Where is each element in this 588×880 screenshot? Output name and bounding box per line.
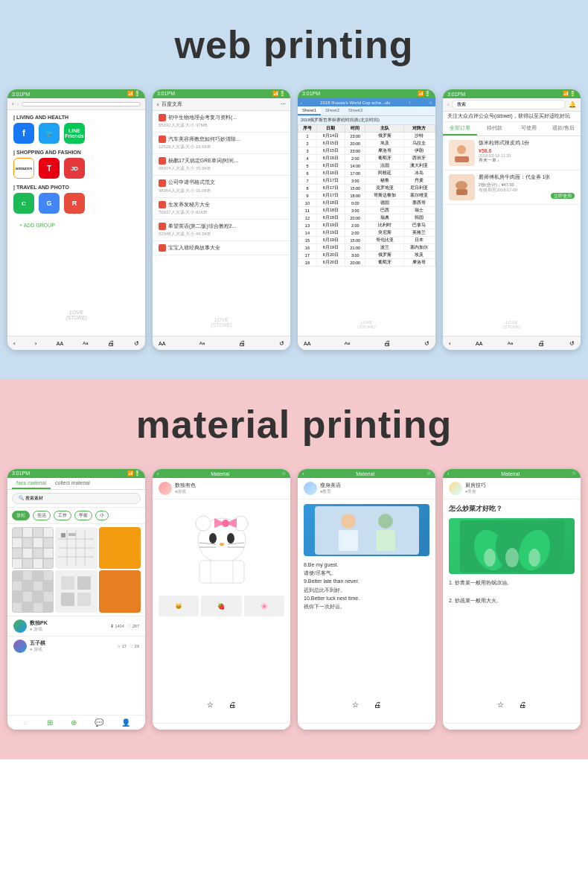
print-icon-8[interactable]: 🖨: [519, 701, 526, 709]
font-aa-3[interactable]: AA: [304, 341, 310, 346]
sticker-2[interactable]: 🍓: [201, 596, 241, 616]
mat-search-input[interactable]: 🔍 搜索素材: [12, 493, 141, 504]
home-nav-5[interactable]: ☆: [22, 718, 29, 727]
mat-thumb-6[interactable]: [99, 570, 141, 612]
jd-icon[interactable]: JD: [64, 158, 85, 179]
nav-fwd[interactable]: ›: [35, 340, 37, 347]
mat-item-meta-1: ● 游戏: [30, 627, 107, 632]
tab-sheet2[interactable]: Sheet2: [321, 106, 344, 115]
font-a-2[interactable]: Aa: [199, 341, 205, 345]
refresh-icon-4[interactable]: ↺: [569, 340, 575, 347]
sticker-1[interactable]: 🐱: [159, 596, 199, 616]
tab-collect-material[interactable]: collect material: [51, 478, 95, 489]
order-search[interactable]: 搜索: [452, 100, 566, 109]
font-a[interactable]: Aa: [83, 341, 88, 345]
chat-nav-5[interactable]: 💬: [95, 718, 103, 727]
font-a-4[interactable]: Aa: [508, 341, 513, 345]
refresh-icon-2[interactable]: ↺: [279, 340, 284, 347]
share-icon-3[interactable]: ↑: [409, 101, 411, 105]
mat-thumb-4[interactable]: [12, 570, 54, 612]
tab-all-orders[interactable]: 全部订单: [443, 122, 477, 135]
font-aa[interactable]: AA: [57, 341, 63, 346]
url-input-1[interactable]: [22, 102, 141, 106]
grid-nav-5[interactable]: ⊞: [47, 718, 53, 727]
nav-back-4[interactable]: ‹: [449, 340, 451, 347]
twitter-icon[interactable]: 🐦: [39, 123, 60, 144]
print-icon-2[interactable]: 🖨: [239, 339, 246, 347]
photo-icon[interactable]: R: [64, 193, 85, 214]
cp-title-6: Material: [211, 471, 229, 476]
svg-rect-16: [61, 576, 74, 590]
ctrip-icon[interactable]: C: [13, 193, 34, 214]
back-3[interactable]: ‹: [301, 101, 302, 105]
user-nav-5[interactable]: 👤: [121, 718, 130, 727]
print-icon-7[interactable]: 🖨: [374, 701, 381, 709]
print-icon-1[interactable]: 🖨: [108, 339, 115, 347]
cat-life[interactable]: 生活: [33, 511, 51, 520]
star-icon-3[interactable]: ☆: [429, 100, 432, 105]
refresh-icon-3[interactable]: ↺: [424, 340, 429, 347]
google-icon[interactable]: G: [39, 193, 60, 214]
add-nav-5[interactable]: ⊕: [71, 718, 77, 727]
back-icon[interactable]: ‹: [12, 101, 14, 107]
mat-thumb-3[interactable]: [99, 527, 141, 569]
tab-sheet3[interactable]: Sheet3: [344, 106, 367, 115]
add-group-button[interactable]: + ADD GROUP: [13, 220, 139, 231]
list-item[interactable]: 希望英语(第二版)综合教程2... 52548人次该 大小:49.5KB: [153, 220, 290, 241]
star-6[interactable]: ☆: [281, 471, 286, 476]
cat-study[interactable]: 学前: [74, 511, 92, 520]
back-8[interactable]: ‹: [447, 471, 449, 476]
print-icon-4[interactable]: 🖨: [538, 339, 545, 347]
tab-sheet1[interactable]: Sheet1: [298, 106, 321, 115]
star-8[interactable]: ☆: [572, 471, 576, 476]
tmall-icon[interactable]: T: [39, 158, 60, 179]
list-item[interactable]: 宝宝入墙经典故事大全: [153, 241, 290, 255]
mat-thumb-5[interactable]: [55, 570, 97, 612]
font-aa-2[interactable]: AA: [159, 341, 165, 346]
list-item[interactable]: 杨鹏17天搞定GRE单词(时间... 58974人次该 大小:70.9KB: [153, 154, 290, 176]
bell-icon-4[interactable]: 🔔: [569, 101, 576, 108]
print-icon-6[interactable]: 🖨: [229, 701, 236, 709]
back-icon-2[interactable]: ‹: [157, 102, 159, 107]
tab-pending[interactable]: 待付款: [477, 122, 511, 135]
mat-list-item-1[interactable]: 数独PK ● 游戏 ⬇ 1404 ♡ 287: [7, 616, 145, 636]
list-item[interactable]: 生发养发秘方大全 70037人次该 大小:91KB: [153, 198, 290, 220]
font-a-3[interactable]: Aa: [345, 341, 350, 345]
font-aa-4[interactable]: AA: [476, 341, 482, 346]
more-icon-2[interactable]: ⋯: [281, 101, 286, 107]
refresh-icon-1[interactable]: ↺: [134, 340, 139, 347]
forward-icon[interactable]: ›: [17, 101, 19, 107]
cat-work[interactable]: 工作: [54, 511, 71, 520]
sticker-3[interactable]: 🌸: [244, 596, 284, 616]
mat-thumb-2[interactable]: [55, 527, 97, 569]
order-item-2[interactable]: 磨师傅私房牛肉面：代金券 1张 2份(合计)：¥47.00 有效期至2018-0…: [443, 170, 581, 205]
cat-other[interactable]: 小: [95, 511, 109, 520]
mat-list-item-2[interactable]: 五子棋 ● 游戏 ☆ 17 ♡ 29: [7, 636, 145, 656]
list-item[interactable]: 公司申请书格式范文 48954人次该 大小:31.0KB: [153, 176, 290, 197]
back-6[interactable]: ‹: [157, 471, 159, 476]
facebook-icon[interactable]: f: [13, 123, 34, 144]
amazon-icon[interactable]: amazon: [13, 158, 34, 179]
material-cooking-phone: ‹ Material ☆ 厨房技巧 ●美食 怎么炒菜才好吃？: [443, 469, 581, 730]
use-now-btn[interactable]: 立即使用: [551, 193, 575, 199]
star-icon-7[interactable]: ☆: [352, 701, 359, 709]
cat-relax[interactable]: 放松: [12, 511, 30, 520]
list-item[interactable]: 初中生物地理会考复习资料(... 55032人次该 大小:37MB: [153, 111, 290, 133]
nav-back[interactable]: ‹: [13, 340, 16, 347]
back-4[interactable]: ‹: [447, 102, 449, 107]
list-item[interactable]: 汽车美容师教您如何巧妙清除... 12529人次该 大小:19.6KB: [153, 133, 290, 154]
star-icon-8[interactable]: ☆: [497, 701, 504, 709]
mat-thumb-1[interactable]: [12, 527, 54, 569]
tab-usable[interactable]: 可使用: [512, 122, 546, 135]
line-icon[interactable]: LINEFriends: [64, 123, 85, 144]
tab-fans-material[interactable]: fans material: [12, 478, 51, 489]
spreadsheet-content: 2018俄罗斯世界杯赛程时间表(北京时间) 序号 日期 时间 主队 对阵方 16…: [298, 116, 435, 267]
star-icon-6[interactable]: ☆: [207, 701, 214, 709]
print-icon-3[interactable]: 🖨: [384, 339, 391, 347]
order-item-1[interactable]: 饭米粒韩式辣皮鸡 1份 ¥58.6 2018-03-19 11:33 再来一单 …: [443, 136, 581, 170]
star-7[interactable]: ☆: [426, 471, 431, 476]
order-more-1[interactable]: 再来一单 ›: [479, 158, 575, 163]
tab-refund[interactable]: 退款/售后: [546, 122, 581, 135]
bottom-nav-6: [153, 723, 290, 730]
back-7[interactable]: ‹: [302, 471, 304, 476]
